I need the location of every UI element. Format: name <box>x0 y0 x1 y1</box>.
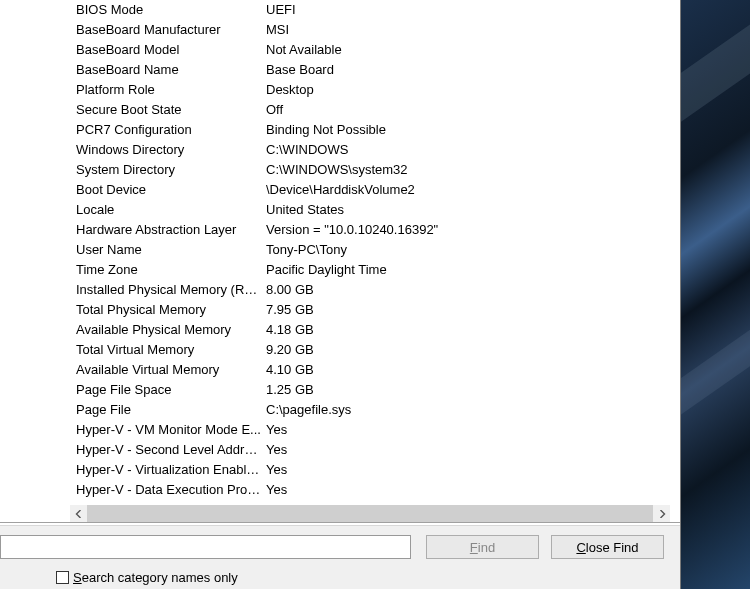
property-value: Yes <box>266 460 680 480</box>
property-list: BIOS ModeUEFIBaseBoard ManufacturerMSIBa… <box>0 0 680 523</box>
property-row[interactable]: Installed Physical Memory (RAM)8.00 GB <box>76 280 680 300</box>
property-row[interactable]: Page File Space1.25 GB <box>76 380 680 400</box>
property-row[interactable]: User NameTony-PC\Tony <box>76 240 680 260</box>
property-row[interactable]: Hyper-V - VM Monitor Mode E...Yes <box>76 420 680 440</box>
property-value: United States <box>266 200 680 220</box>
property-label: Hardware Abstraction Layer <box>76 220 266 240</box>
property-value: Yes <box>266 480 680 500</box>
property-value: 1.25 GB <box>266 380 680 400</box>
property-label: BaseBoard Manufacturer <box>76 20 266 40</box>
property-row[interactable]: BaseBoard NameBase Board <box>76 60 680 80</box>
property-row[interactable]: Windows DirectoryC:\WINDOWS <box>76 140 680 160</box>
property-value: Desktop <box>266 80 680 100</box>
property-value: Version = "10.0.10240.16392" <box>266 220 680 240</box>
property-value: C:\WINDOWS\system32 <box>266 160 680 180</box>
property-row[interactable]: Total Physical Memory7.95 GB <box>76 300 680 320</box>
property-row[interactable]: Platform RoleDesktop <box>76 80 680 100</box>
property-row[interactable]: BaseBoard ManufacturerMSI <box>76 20 680 40</box>
search-category-label: Search category names only <box>73 571 238 584</box>
property-value: C:\WINDOWS <box>266 140 680 160</box>
property-row[interactable]: Hyper-V - Virtualization Enable...Yes <box>76 460 680 480</box>
property-row[interactable]: BIOS ModeUEFI <box>76 0 680 20</box>
property-row[interactable]: Hyper-V - Data Execution Prote...Yes <box>76 480 680 500</box>
property-label: Hyper-V - Data Execution Prote... <box>76 480 266 500</box>
property-value: Base Board <box>266 60 680 80</box>
property-label: System Directory <box>76 160 266 180</box>
property-row[interactable]: Hyper-V - Second Level Addres...Yes <box>76 440 680 460</box>
scroll-right-icon[interactable] <box>653 505 670 522</box>
property-value: Off <box>266 100 680 120</box>
horizontal-scrollbar[interactable] <box>70 505 670 522</box>
property-row[interactable]: Available Virtual Memory4.10 GB <box>76 360 680 380</box>
property-value: \Device\HarddiskVolume2 <box>266 180 680 200</box>
property-row[interactable]: LocaleUnited States <box>76 200 680 220</box>
scrollbar-thumb[interactable] <box>87 505 653 522</box>
property-row[interactable]: Boot Device\Device\HarddiskVolume2 <box>76 180 680 200</box>
property-label: Page File <box>76 400 266 420</box>
property-label: Available Virtual Memory <box>76 360 266 380</box>
property-value: 4.10 GB <box>266 360 680 380</box>
property-row[interactable]: BaseBoard ModelNot Available <box>76 40 680 60</box>
property-value: Tony-PC\Tony <box>266 240 680 260</box>
scroll-left-icon[interactable] <box>70 505 87 522</box>
property-row[interactable]: System DirectoryC:\WINDOWS\system32 <box>76 160 680 180</box>
property-label: Secure Boot State <box>76 100 266 120</box>
property-value: 4.18 GB <box>266 320 680 340</box>
property-value: 7.95 GB <box>266 300 680 320</box>
property-value: C:\pagefile.sys <box>266 400 680 420</box>
property-value: MSI <box>266 20 680 40</box>
property-label: Total Virtual Memory <box>76 340 266 360</box>
property-row[interactable]: Total Virtual Memory9.20 GB <box>76 340 680 360</box>
property-label: Page File Space <box>76 380 266 400</box>
property-label: Available Physical Memory <box>76 320 266 340</box>
property-label: BIOS Mode <box>76 0 266 20</box>
property-value: Binding Not Possible <box>266 120 680 140</box>
find-button[interactable]: Find <box>426 535 539 559</box>
property-label: Hyper-V - Second Level Addres... <box>76 440 266 460</box>
property-label: BaseBoard Model <box>76 40 266 60</box>
property-label: Hyper-V - Virtualization Enable... <box>76 460 266 480</box>
property-label: Boot Device <box>76 180 266 200</box>
system-info-window: BIOS ModeUEFIBaseBoard ManufacturerMSIBa… <box>0 0 681 589</box>
property-label: Platform Role <box>76 80 266 100</box>
property-value: UEFI <box>266 0 680 20</box>
property-value: Yes <box>266 440 680 460</box>
close-find-button[interactable]: Close Find <box>551 535 664 559</box>
property-row[interactable]: Secure Boot StateOff <box>76 100 680 120</box>
desktop-background <box>680 0 750 589</box>
find-panel: Find Close Find Search category names on… <box>0 525 680 589</box>
property-label: Locale <box>76 200 266 220</box>
property-row[interactable]: PCR7 ConfigurationBinding Not Possible <box>76 120 680 140</box>
property-row[interactable]: Available Physical Memory4.18 GB <box>76 320 680 340</box>
property-label: BaseBoard Name <box>76 60 266 80</box>
property-row[interactable]: Page FileC:\pagefile.sys <box>76 400 680 420</box>
property-value: 9.20 GB <box>266 340 680 360</box>
property-label: User Name <box>76 240 266 260</box>
scrollbar-track[interactable] <box>87 505 653 522</box>
property-value: 8.00 GB <box>266 280 680 300</box>
property-label: Hyper-V - VM Monitor Mode E... <box>76 420 266 440</box>
property-label: Windows Directory <box>76 140 266 160</box>
property-row[interactable]: Time ZonePacific Daylight Time <box>76 260 680 280</box>
property-value: Not Available <box>266 40 680 60</box>
property-label: PCR7 Configuration <box>76 120 266 140</box>
property-row[interactable]: Hardware Abstraction LayerVersion = "10.… <box>76 220 680 240</box>
property-label: Total Physical Memory <box>76 300 266 320</box>
property-value: Pacific Daylight Time <box>266 260 680 280</box>
find-input[interactable] <box>0 535 411 559</box>
search-category-checkbox[interactable] <box>56 571 69 584</box>
property-value: Yes <box>266 420 680 440</box>
property-label: Time Zone <box>76 260 266 280</box>
property-label: Installed Physical Memory (RAM) <box>76 280 266 300</box>
